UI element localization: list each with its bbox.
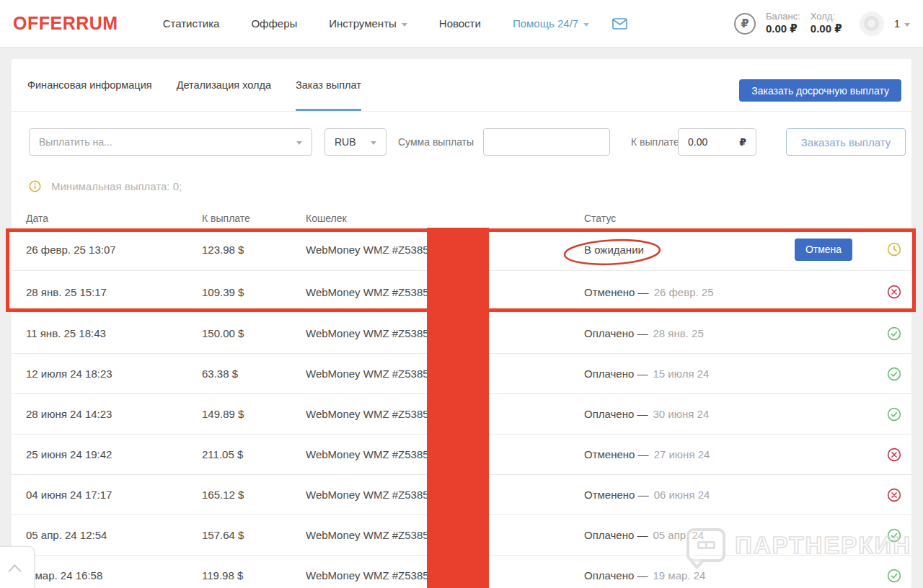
chevron-down-icon (371, 141, 376, 145)
status-icon-cell (877, 447, 911, 462)
row-status: Оплачено — 15 июля 24 (584, 368, 877, 380)
cancel-button[interactable]: Отмена (795, 239, 852, 261)
row-date: 1 мар. 24 16:58 (12, 569, 202, 582)
nav-offers[interactable]: Офферы (251, 17, 297, 30)
row-date: 25 июня 24 19:42 (12, 448, 202, 460)
early-payout-button[interactable]: Заказать досрочную выплату (739, 79, 901, 102)
tab-financial-info[interactable]: Финансовая информация (27, 59, 152, 111)
status-date: 30 июня 24 (653, 408, 710, 420)
status-text: Отменено — (584, 286, 649, 298)
status-date: 05 апр. 24 (653, 529, 705, 541)
status-text: Оплачено — (584, 368, 648, 380)
clock-icon (887, 242, 901, 257)
row-amount: 63.38 $ (202, 368, 306, 380)
account-id: 1 (894, 17, 900, 30)
status-text: Оплачено — (584, 408, 648, 420)
row-status: Отменено — 27 июня 24 (584, 448, 877, 460)
nav-help-label: Помощь 24/7 (513, 17, 578, 30)
status-date: 27 июня 24 (654, 448, 710, 460)
nav-help[interactable]: Помощь 24/7 (513, 17, 589, 30)
minimum-payout-note: Минимальная выплата: 0; (29, 180, 182, 192)
status-icon-cell (877, 528, 911, 543)
status-icon-cell (877, 326, 911, 341)
chevron-down-icon (296, 141, 302, 145)
status-date: 06 июня 24 (654, 489, 710, 501)
row-date: 11 янв. 25 18:43 (12, 327, 202, 339)
status-icon-cell (877, 285, 911, 299)
x-circle-icon (887, 447, 901, 462)
row-date: 26 февр. 25 13:07 (12, 244, 202, 256)
logo[interactable]: OFFERRUM (13, 13, 118, 34)
ruble-coin-icon: ₽ (734, 13, 756, 35)
balance-label: Баланс: (766, 11, 800, 22)
info-icon (29, 180, 41, 192)
check-circle-icon (887, 569, 901, 583)
status-text: Отменено — (584, 448, 649, 460)
balance-value: 0.00 ₽ (766, 22, 800, 36)
status-icon-cell (877, 407, 911, 422)
amount-label: Сумма выплаты (398, 128, 474, 156)
envelope-icon[interactable] (612, 18, 627, 30)
header-account-area: ₽ Баланс: 0.00 ₽ Холд: 0.00 ₽ 1 (734, 11, 910, 36)
col-wallet: Кошелек (306, 213, 584, 224)
status-date: 15 июля 24 (653, 368, 710, 380)
ruble-symbol: ₽ (739, 136, 746, 148)
hold-widget: Холд: 0.00 ₽ (811, 11, 842, 36)
order-payout-button[interactable]: Заказать выплату (786, 128, 906, 156)
check-circle-icon (887, 367, 901, 381)
status-date: 26 февр. 25 (654, 286, 714, 298)
tab-bar: Финансовая информация Детализация холда … (12, 59, 911, 112)
row-status: Оплачено — 05 апр. 24 (584, 529, 877, 541)
check-circle-icon (887, 407, 901, 422)
main-nav: Статистика Офферы Инструменты Новости По… (163, 17, 628, 30)
currency-select[interactable]: RUB (324, 128, 387, 156)
avatar[interactable] (860, 12, 884, 36)
nav-tools[interactable]: Инструменты (329, 17, 407, 30)
row-amount: 150.00 $ (202, 327, 306, 339)
payout-destination-placeholder: Выплатить на... (39, 136, 112, 148)
hold-value: 0.00 ₽ (811, 22, 842, 36)
nav-tools-label: Инструменты (329, 17, 397, 30)
table-header: Дата К выплате Кошелек Статус (12, 208, 911, 229)
tab-hold-details[interactable]: Детализация холда (177, 59, 271, 111)
row-date: 28 июня 24 14:23 (12, 408, 202, 420)
chevron-down-icon (904, 23, 910, 27)
status-text: Оплачено — (584, 529, 648, 541)
nav-statistics[interactable]: Статистика (163, 17, 220, 30)
row-status: Оплачено — 30 июня 24 (584, 408, 877, 420)
status-icon-cell (877, 488, 911, 502)
col-date: Дата (12, 213, 202, 224)
status-icon-cell (877, 569, 911, 583)
check-circle-icon (887, 326, 901, 341)
balance-widget: Баланс: 0.00 ₽ (766, 11, 800, 36)
x-circle-icon (887, 488, 901, 502)
payout-destination-select[interactable]: Выплатить на... (29, 128, 312, 156)
hold-label: Холд: (811, 11, 842, 22)
to-pay-amount-box[interactable]: 0.00 ₽ (678, 128, 756, 156)
status-text: Отменено — (584, 489, 649, 501)
row-date: 04 июня 24 17:17 (12, 489, 202, 501)
row-amount: 123.98 $ (202, 244, 306, 256)
status-date: 19 мар. 24 (653, 569, 706, 582)
row-date: 12 июля 24 18:23 (12, 368, 202, 380)
row-status: Отменено — 06 июня 24 (584, 489, 877, 501)
red-redaction-bar (427, 228, 489, 588)
scroll-top-button[interactable] (0, 546, 35, 588)
status-text: В ожидании (584, 244, 644, 256)
to-pay-label: К выплате (631, 128, 679, 156)
row-status: Отменено — 26 февр. 25 (584, 286, 877, 298)
currency-value: RUB (335, 136, 356, 148)
row-date: 05 апр. 24 12:54 (12, 529, 202, 541)
row-amount: 165.12 $ (202, 489, 306, 501)
status-icon-cell (877, 242, 911, 257)
row-amount: 149.89 $ (202, 408, 306, 420)
amount-input[interactable] (483, 128, 610, 156)
check-circle-icon (887, 528, 901, 543)
col-to-pay: К выплате (202, 213, 306, 224)
nav-news[interactable]: Новости (439, 17, 481, 30)
row-amount: 119.98 $ (202, 569, 306, 582)
status-text: Оплачено — (584, 327, 648, 339)
tab-order-payouts[interactable]: Заказ выплат (296, 59, 361, 111)
col-status: Статус (584, 213, 877, 224)
account-menu[interactable]: 1 (894, 17, 910, 30)
